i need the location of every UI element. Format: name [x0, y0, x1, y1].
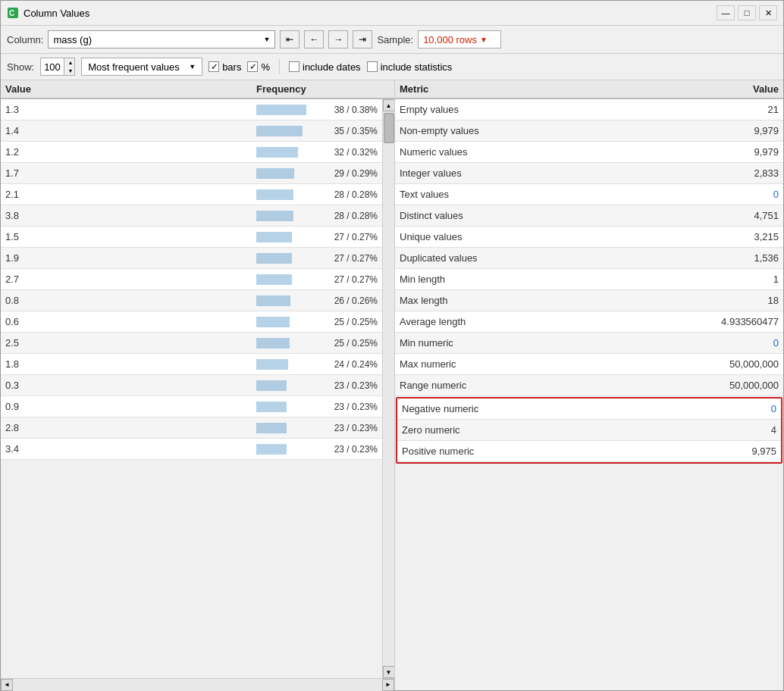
left-bottom-scrollbar[interactable]: ◄ ►: [1, 678, 394, 690]
scroll-up-button[interactable]: ▲: [383, 99, 395, 111]
right-table-row: Average length 4.933560477: [395, 311, 783, 333]
table-row[interactable]: 0.9 23 / 0.23%: [1, 396, 382, 417]
freq-text: 35 / 0.35%: [309, 126, 378, 136]
freq-bar: [256, 126, 303, 136]
freq-bar: [256, 295, 290, 306]
table-row[interactable]: 0.8 26 / 0.26%: [1, 290, 382, 311]
right-table-header: Metric Value: [395, 80, 783, 99]
row-value: 2.7: [5, 274, 256, 285]
row-freq: 27 / 0.27%: [256, 274, 378, 285]
bars-checkbox[interactable]: [209, 61, 219, 72]
column-value: mass (g): [53, 34, 92, 45]
freq-text: 24 / 0.24%: [309, 359, 378, 370]
table-row[interactable]: 1.4 35 / 0.35%: [1, 120, 382, 142]
highlighted-row: Positive numeric 9,975: [397, 441, 781, 462]
right-metric: Min numeric: [400, 337, 673, 349]
right-value: 21: [673, 104, 779, 115]
freq-bar: [256, 105, 306, 115]
right-metric: Range numeric: [400, 380, 673, 391]
table-row[interactable]: 1.5 27 / 0.27%: [1, 227, 382, 248]
table-row[interactable]: 3.4 23 / 0.23%: [1, 439, 382, 460]
row-value: 1.4: [5, 125, 256, 136]
column-dropdown[interactable]: mass (g) ▼: [48, 30, 275, 48]
close-button[interactable]: ✕: [759, 5, 777, 20]
include-statistics-checkbox[interactable]: [367, 61, 378, 72]
table-row[interactable]: 3.8 28 / 0.28%: [1, 205, 382, 227]
freq-bar: [256, 317, 290, 327]
row-value: 1.3: [5, 104, 256, 115]
freq-text: 23 / 0.23%: [309, 402, 378, 412]
row-freq: 26 / 0.26%: [256, 295, 378, 306]
freq-bar-container: [256, 295, 306, 306]
title-bar-left: C Column Values: [7, 7, 89, 19]
freq-bar-container: [256, 105, 306, 115]
right-metric: Text values: [400, 189, 673, 200]
left-table-body[interactable]: 1.3 38 / 0.38% 1.4 35 / 0.35% 1.2: [1, 99, 382, 678]
freq-bar: [256, 402, 287, 412]
row-freq: 35 / 0.35%: [256, 126, 378, 136]
scroll-track[interactable]: [383, 111, 395, 666]
maximize-button[interactable]: □: [738, 5, 756, 20]
right-col-metric-header: Metric: [400, 83, 673, 95]
show-spinbox[interactable]: 100 ▲ ▼: [40, 58, 75, 76]
freq-dropdown[interactable]: Most frequent values ▼: [81, 58, 202, 76]
left-scrollbar[interactable]: ▲ ▼: [382, 99, 394, 678]
freq-bar: [256, 147, 298, 158]
sample-dropdown[interactable]: 10,000 rows ▼: [418, 30, 501, 48]
table-row[interactable]: 2.7 27 / 0.27%: [1, 269, 382, 290]
scroll-thumb[interactable]: [384, 113, 394, 143]
table-row[interactable]: 2.8 23 / 0.23%: [1, 417, 382, 439]
right-value: 4: [670, 424, 776, 436]
table-row[interactable]: 1.9 27 / 0.27%: [1, 248, 382, 269]
freq-bar: [256, 211, 293, 221]
table-row[interactable]: 2.5 25 / 0.25%: [1, 333, 382, 354]
right-metric: Average length: [400, 316, 673, 327]
main-content: Value Frequency 1.3 38 / 0.38% 1.4 35: [1, 80, 783, 690]
right-value: 4,751: [673, 210, 779, 221]
scroll-left-button[interactable]: ◄: [1, 679, 13, 691]
toolbar-row2: Show: 100 ▲ ▼ Most frequent values ▼ bar…: [1, 54, 783, 80]
table-row[interactable]: 1.7 29 / 0.29%: [1, 163, 382, 184]
nav-last-icon: ⇥: [359, 34, 366, 45]
freq-bar: [256, 232, 292, 242]
scroll-down-button[interactable]: ▼: [383, 666, 395, 678]
spinbox-up-button[interactable]: ▲: [64, 58, 75, 67]
table-row[interactable]: 1.8 24 / 0.24%: [1, 354, 382, 375]
nav-next-icon: →: [334, 34, 343, 45]
percent-checkbox-group: %: [247, 61, 270, 73]
spinbox-arrows: ▲ ▼: [64, 58, 75, 75]
horizontal-scroll-track[interactable]: [13, 679, 382, 691]
right-value: 0: [673, 189, 779, 200]
include-dates-checkbox[interactable]: [289, 61, 299, 72]
nav-next-button[interactable]: →: [328, 30, 348, 48]
freq-text: 26 / 0.26%: [309, 295, 378, 306]
freq-bar-container: [256, 147, 306, 158]
minimize-button[interactable]: —: [717, 5, 735, 20]
right-table-body: Empty values 21 Non-empty values 9,979 N…: [395, 99, 783, 690]
spinbox-down-button[interactable]: ▼: [64, 67, 75, 75]
title-bar: C Column Values — □ ✕: [1, 1, 783, 26]
nav-prev-button[interactable]: ←: [304, 30, 324, 48]
freq-bar-container: [256, 253, 306, 264]
table-row[interactable]: 0.6 25 / 0.25%: [1, 311, 382, 333]
right-metric: Non-empty values: [400, 125, 673, 136]
table-row[interactable]: 1.2 32 / 0.32%: [1, 142, 382, 163]
freq-bar-container: [256, 359, 306, 370]
right-value: 18: [673, 295, 779, 306]
table-row[interactable]: 0.3 23 / 0.23%: [1, 375, 382, 396]
freq-bar: [256, 338, 290, 349]
percent-checkbox[interactable]: [247, 61, 258, 72]
freq-text: 23 / 0.23%: [309, 380, 378, 391]
table-row[interactable]: 2.1 28 / 0.28%: [1, 184, 382, 205]
nav-first-button[interactable]: ⇤: [280, 30, 299, 48]
freq-bar: [256, 189, 293, 200]
row-freq: 23 / 0.23%: [256, 423, 378, 433]
table-row[interactable]: 1.3 38 / 0.38%: [1, 99, 382, 120]
scroll-right-button[interactable]: ►: [382, 679, 394, 691]
highlighted-section: Negative numeric 0 Zero numeric 4 Positi…: [396, 397, 782, 464]
right-table-row: Unique values 3,215: [395, 227, 783, 248]
row-value: 3.8: [5, 210, 256, 221]
nav-last-button[interactable]: ⇥: [353, 30, 372, 48]
right-value: 9,979: [673, 146, 779, 158]
sample-value: 10,000 rows: [423, 34, 477, 45]
